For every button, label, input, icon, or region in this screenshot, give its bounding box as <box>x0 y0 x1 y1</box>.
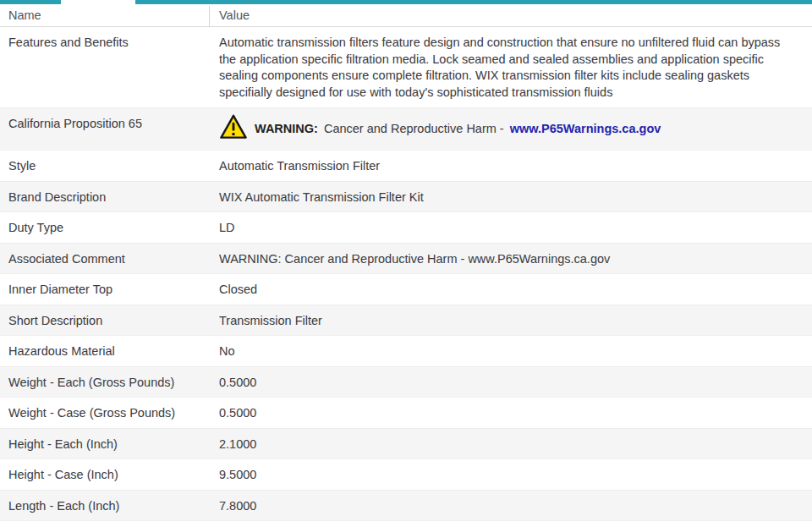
warning-text: Cancer and Reproductive Harm - <box>324 121 504 138</box>
table-row: Features and Benefits Automatic transmis… <box>0 27 812 108</box>
spec-value-cell: WARNING: Cancer and Reproductive Harm - … <box>210 244 812 274</box>
spec-value-cell: 9.5000 <box>210 459 812 490</box>
spec-name-cell: California Proposition 65 <box>0 108 210 150</box>
spec-name-cell: Length - Each (Inch) <box>0 491 210 521</box>
spec-name-cell: Style <box>0 151 210 181</box>
column-divider <box>209 6 210 26</box>
table-row: Weight - Each (Gross Pounds) 0.5000 <box>0 367 812 398</box>
column-header-name: Name <box>0 8 210 22</box>
spec-name-cell: Weight - Each (Gross Pounds) <box>0 367 210 398</box>
spec-name-cell: Weight - Case (Gross Pounds) <box>0 398 210 428</box>
table-row: Short Description Transmission Filter <box>0 305 812 337</box>
table-row: Style Automatic Transmission Filter <box>0 151 812 182</box>
spec-value-cell: WIX Automatic Transmission Filter Kit <box>210 182 812 212</box>
table-row: Height - Case (Inch) 9.5000 <box>0 459 812 491</box>
spec-value-cell: 0.5000 <box>210 367 812 398</box>
spec-name-cell: Associated Comment <box>0 244 210 274</box>
spec-name-cell: Hazardous Material <box>0 336 210 366</box>
warning-triangle-icon <box>219 113 248 145</box>
spec-value-cell: Automatic transmission filters feature d… <box>210 27 808 107</box>
table-row-prop65: California Proposition 65 WARNING: Cance… <box>0 108 812 151</box>
spec-name-cell: Duty Type <box>0 212 210 243</box>
spec-table-body: Features and Benefits Automatic transmis… <box>0 27 812 521</box>
table-row: Associated Comment WARNING: Cancer and R… <box>0 244 812 275</box>
table-row: Height - Each (Inch) 2.1000 <box>0 429 812 460</box>
column-header-value: Value <box>210 8 250 22</box>
spec-name-cell: Short Description <box>0 305 210 336</box>
spec-name-cell: Features and Benefits <box>0 27 210 107</box>
spec-value-cell: Automatic Transmission Filter <box>210 151 812 181</box>
spec-name-cell: Height - Case (Inch) <box>0 459 210 490</box>
spec-value-cell: 2.1000 <box>210 429 812 459</box>
table-row: Brand Description WIX Automatic Transmis… <box>0 182 812 213</box>
prop65-warning-cell: WARNING: Cancer and Reproductive Harm - … <box>210 108 812 150</box>
warning-label: WARNING: <box>255 121 318 138</box>
spec-name-cell: Inner Diameter Top <box>0 274 210 305</box>
product-spec-panel: Name Value Features and Benefits Automat… <box>0 0 812 527</box>
table-row: Duty Type LD <box>0 212 812 244</box>
spec-value-cell: 7.8000 <box>210 491 812 521</box>
spec-name-cell: Height - Each (Inch) <box>0 429 210 459</box>
table-row: Weight - Case (Gross Pounds) 0.5000 <box>0 398 812 429</box>
table-row: Length - Each (Inch) 7.8000 <box>0 491 812 522</box>
spec-value-cell: Closed <box>210 274 812 305</box>
spec-value-cell: 0.5000 <box>210 398 812 428</box>
spec-value-cell: LD <box>210 212 812 243</box>
spec-name-cell: Brand Description <box>0 182 210 212</box>
p65-warnings-link[interactable]: www.P65Warnings.ca.gov <box>510 121 661 138</box>
spec-value-cell: No <box>210 336 812 366</box>
table-row: Inner Diameter Top Closed <box>0 274 812 305</box>
table-row: Hazardous Material No <box>0 336 812 367</box>
spec-table-header: Name Value <box>0 4 812 27</box>
spec-value-cell: Transmission Filter <box>210 305 812 336</box>
